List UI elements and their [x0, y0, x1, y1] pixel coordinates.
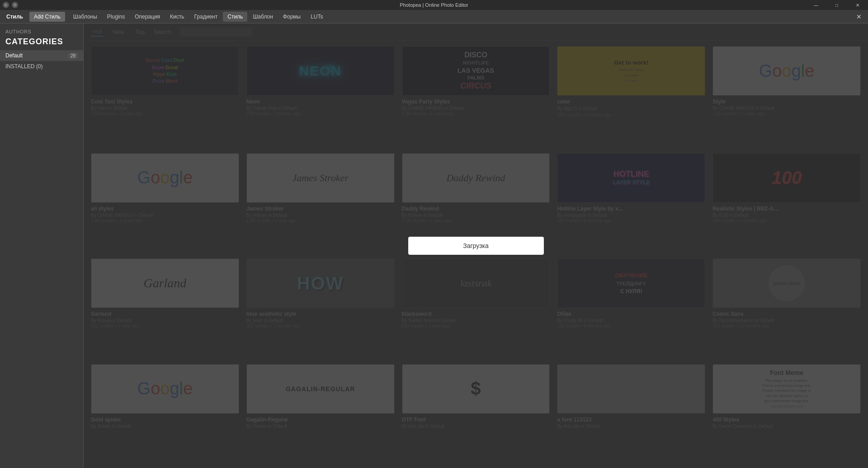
titlebar-icon-2[interactable]: ⚙: [12, 2, 18, 8]
menu-luts[interactable]: LUTs: [306, 12, 327, 22]
menu-kist[interactable]: Кисть: [165, 12, 189, 22]
loading-overlay: Загрузка: [84, 23, 868, 468]
sidebar: AUTHORS CATEGORIES Default 29 INSTALLED …: [0, 23, 84, 468]
sidebar-item-installed-label: INSTALLED (0): [5, 63, 42, 70]
maximize-button[interactable]: □: [826, 0, 847, 10]
sidebar-item-default[interactable]: Default 29: [0, 50, 83, 61]
sidebar-item-installed[interactable]: INSTALLED (0): [0, 61, 83, 72]
sidebar-item-default-count: 29: [68, 53, 78, 59]
add-style-button[interactable]: Add Стиль: [29, 12, 65, 22]
loading-box: Загрузка: [408, 237, 544, 255]
panel-title: Стиль: [2, 12, 28, 22]
loading-text: Загрузка: [463, 242, 489, 249]
window-title: Photopea | Online Photo Editor: [400, 2, 468, 8]
panel-close-button[interactable]: ✕: [852, 11, 866, 22]
menubar: Стиль Add Стиль Шаблоны Plugins Операция…: [0, 10, 868, 23]
authors-label: AUTHORS: [0, 27, 83, 36]
menu-gradient[interactable]: Градиент: [190, 12, 222, 22]
menu-operaciya[interactable]: Операция: [130, 12, 165, 22]
menu-stil[interactable]: Стиль: [223, 12, 247, 22]
titlebar-icons: ⊗ ⚙: [3, 2, 18, 8]
menu-plugins[interactable]: Plugins: [103, 12, 129, 22]
menu-shablon[interactable]: Шаблон: [248, 12, 277, 22]
close-button[interactable]: ✕: [847, 0, 868, 10]
minimize-button[interactable]: —: [806, 0, 826, 10]
main-content: Hot New Top Search: Boost Cool Deal Dope…: [84, 23, 868, 468]
panel-container: AUTHORS CATEGORIES Default 29 INSTALLED …: [0, 23, 868, 468]
titlebar-controls: — □ ✕: [806, 0, 868, 10]
menu-shablony[interactable]: Шаблоны: [69, 12, 102, 22]
titlebar-icon-1[interactable]: ⊗: [3, 2, 9, 8]
menu-items: Шаблоны Plugins Операция Кисть Градиент …: [69, 12, 852, 22]
menu-formy[interactable]: Формы: [278, 12, 305, 22]
categories-label: CATEGORIES: [0, 36, 83, 50]
sidebar-item-default-label: Default: [5, 52, 23, 59]
titlebar: ⊗ ⚙ Photopea | Online Photo Editor — □ ✕: [0, 0, 868, 10]
